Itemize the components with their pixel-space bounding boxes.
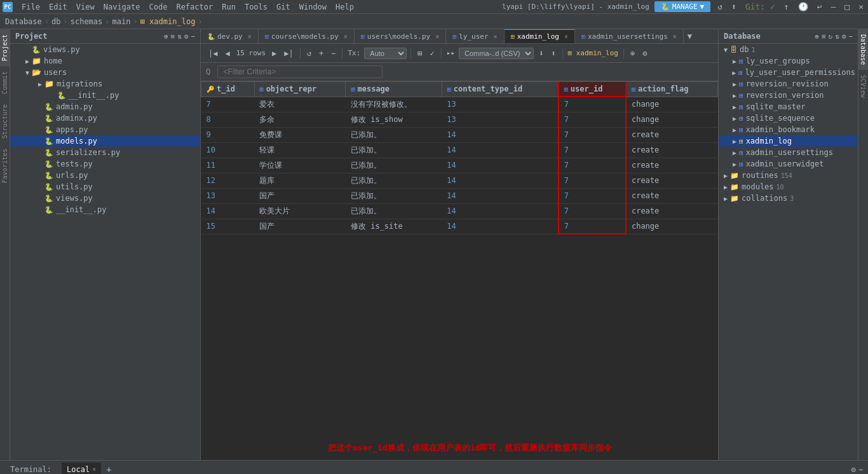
cell-action_flag[interactable]: create: [626, 142, 718, 158]
tab-close[interactable]: ×: [494, 33, 498, 40]
tree-item-models[interactable]: 🐍 models.py: [10, 135, 200, 147]
settings-btn[interactable]: ⚙: [640, 48, 649, 59]
git-icon[interactable]: Git: ✓: [743, 1, 777, 12]
cell-content_type_id[interactable]: 14: [442, 219, 559, 234]
breadcrumb-schemas[interactable]: schemas: [71, 17, 103, 26]
db-item-routines[interactable]: ▶ 📁 routines 154: [719, 170, 858, 181]
menu-git[interactable]: Git: [273, 1, 294, 13]
table-row[interactable]: 12题库已添加。147create: [201, 173, 718, 188]
export-up-btn[interactable]: ⬆: [548, 48, 558, 59]
cell-message[interactable]: 已添加。: [346, 173, 442, 188]
cell-content_type_id[interactable]: 14: [442, 127, 559, 142]
tab-ly-user[interactable]: ⊞ ly_user ×: [446, 29, 504, 43]
tab-close[interactable]: ×: [435, 33, 439, 40]
col-header-action-flag[interactable]: ⊞action_flag: [626, 82, 718, 97]
cell-t_id[interactable]: 12: [201, 173, 255, 188]
tab-close[interactable]: ×: [344, 33, 348, 40]
cell-content_type_id[interactable]: 14: [442, 142, 559, 158]
menu-refactor[interactable]: Refactor: [172, 1, 217, 13]
cell-message[interactable]: 修改 is_show: [346, 112, 442, 127]
scroll-icon[interactable]: ≡: [822, 32, 826, 41]
tx-select[interactable]: Auto Manual: [364, 48, 407, 59]
refresh-icon[interactable]: ↺: [715, 1, 724, 12]
cell-action_flag[interactable]: create: [626, 173, 718, 188]
table-row[interactable]: 15国产修改 is_site147change: [201, 219, 718, 234]
table-row[interactable]: 11学位课已添加。147create: [201, 158, 718, 173]
cell-object_repr[interactable]: 学位课: [254, 158, 346, 173]
tree-item-views2[interactable]: 🐍 views.py: [10, 193, 200, 204]
zoom-btn[interactable]: ⊕: [628, 48, 637, 59]
cell-t_id[interactable]: 8: [201, 112, 255, 127]
terminal-settings-icon[interactable]: ⚙: [851, 465, 856, 474]
add-datasource-icon[interactable]: ⊕: [815, 32, 819, 41]
table-row[interactable]: 9免费课已添加。147create: [201, 127, 718, 142]
first-page-btn[interactable]: |◀: [206, 48, 220, 59]
tab-course-models[interactable]: ⊞ course\models.py ×: [259, 29, 355, 43]
tree-item-users[interactable]: ▼ 📂 users: [10, 67, 200, 78]
tab-xadmin-usersettings[interactable]: ⊞ xadmin_usersettings ×: [575, 29, 684, 43]
cell-message[interactable]: 已添加。: [346, 127, 442, 142]
table-row[interactable]: 8多余修改 is_show137change: [201, 112, 718, 127]
cell-t_id[interactable]: 10: [201, 142, 255, 158]
breadcrumb-db[interactable]: db: [51, 17, 60, 26]
col-header-object-repr[interactable]: ⊞object_repr: [254, 82, 346, 97]
cell-user_id[interactable]: 7: [559, 219, 626, 234]
sidebar-scroll-icon[interactable]: ≡: [171, 32, 175, 41]
cell-t_id[interactable]: 9: [201, 127, 255, 142]
cell-content_type_id[interactable]: 14: [442, 188, 559, 203]
db-item-ly-user-perms[interactable]: ▶ ⊞ ly_user_user_permissions: [719, 67, 858, 78]
tab-users-models[interactable]: ⊞ users\models.py ×: [355, 29, 446, 43]
db-item-reversion-revision[interactable]: ▶ ⊞ reversion_revision: [719, 78, 858, 90]
cell-t_id[interactable]: 11: [201, 158, 255, 173]
cell-user_id[interactable]: 7: [559, 142, 626, 158]
db-vtab[interactable]: Database: [858, 29, 868, 70]
prev-page-btn[interactable]: ◀: [222, 48, 232, 59]
git-update-icon[interactable]: ⬆: [729, 1, 738, 12]
minimize-button[interactable]: —: [829, 1, 838, 12]
sync-icon[interactable]: ↻: [829, 32, 833, 41]
tree-item-init1[interactable]: 🐍 __init__.py: [10, 90, 200, 101]
structure-tab[interactable]: Structure: [0, 99, 10, 144]
db-icon-btn[interactable]: ⊞: [415, 48, 424, 59]
commit-tab[interactable]: Commit: [0, 66, 10, 99]
cell-object_repr[interactable]: 多余: [254, 112, 346, 127]
cell-user_id[interactable]: 7: [559, 173, 626, 188]
manage-button[interactable]: 🐍 MANAGE ▼: [654, 1, 710, 12]
table-row[interactable]: 10轻课已添加。147create: [201, 142, 718, 158]
cell-object_repr[interactable]: 国产: [254, 219, 346, 234]
tree-item-adminx[interactable]: 🐍 adminx.py: [10, 112, 200, 124]
expand-all-icon[interactable]: ⇅: [835, 32, 839, 41]
cell-message[interactable]: 修改 is_site: [346, 219, 442, 234]
git-clock-icon[interactable]: 🕐: [796, 1, 810, 12]
cell-message[interactable]: 没有字段被修改。: [346, 97, 442, 112]
menu-help[interactable]: Help: [332, 1, 358, 13]
col-header-tid[interactable]: 🔑t_id: [201, 82, 255, 97]
maximize-button[interactable]: □: [843, 1, 851, 12]
col-header-content-type[interactable]: ⊞content_type_id: [442, 82, 559, 97]
terminal-close-panel-icon[interactable]: −: [858, 465, 863, 474]
cell-content_type_id[interactable]: 13: [442, 112, 559, 127]
cell-t_id[interactable]: 14: [201, 203, 255, 219]
tree-item-urls[interactable]: 🐍 urls.py: [10, 170, 200, 181]
cell-content_type_id[interactable]: 14: [442, 173, 559, 188]
db-item-collations[interactable]: ▶ 📁 collations 3: [719, 193, 858, 204]
tree-item-serializers[interactable]: 🐍 serializers.py: [10, 147, 200, 158]
cell-t_id[interactable]: 15: [201, 219, 255, 234]
cell-object_repr[interactable]: 题库: [254, 173, 346, 188]
panel-close-icon[interactable]: −: [848, 32, 853, 41]
menu-tools[interactable]: Tools: [241, 1, 271, 13]
db-item-xadmin-bookmark[interactable]: ▶ ⊞ xadmin_bookmark: [719, 124, 858, 135]
cell-t_id[interactable]: 7: [201, 97, 255, 112]
tree-item-home[interactable]: ▶ 📁 home: [10, 55, 200, 67]
tree-item-tests[interactable]: 🐍 tests.py: [10, 158, 200, 170]
cell-action_flag[interactable]: create: [626, 188, 718, 203]
cell-user_id[interactable]: 7: [559, 127, 626, 142]
tree-item-views1[interactable]: 🐍 views.py: [10, 44, 200, 55]
sidebar-close-icon[interactable]: −: [191, 32, 195, 41]
table-row[interactable]: 7爱衣没有字段被修改。137change: [201, 97, 718, 112]
db-item-ly-user-groups[interactable]: ▶ ⊞ ly_user_groups: [719, 55, 858, 67]
cell-user_id[interactable]: 7: [559, 158, 626, 173]
cell-object_repr[interactable]: 轻课: [254, 142, 346, 158]
breadcrumb-main[interactable]: main: [112, 17, 131, 26]
add-row-btn[interactable]: +: [316, 48, 326, 59]
